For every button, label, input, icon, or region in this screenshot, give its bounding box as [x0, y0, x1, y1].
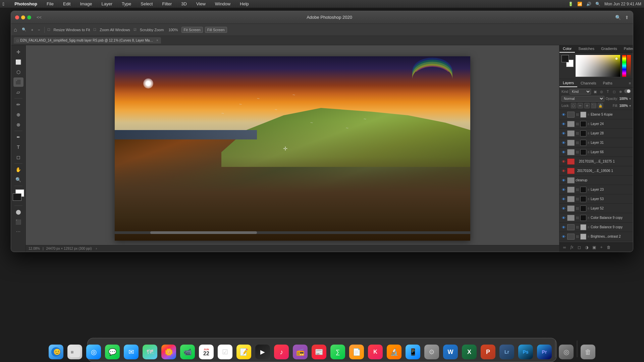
delete-layer-icon[interactable]: 🗑 [606, 244, 612, 250]
dock-numbers[interactable]: ∑ [329, 343, 346, 361]
layer-item[interactable]: 👁 ⛓ 8 Layer 31 [559, 138, 633, 147]
layer-eye-14[interactable]: 👁 [561, 234, 566, 239]
lasso-tool[interactable]: ⬡ [13, 67, 23, 77]
dock-photoshop[interactable]: Ps [517, 343, 534, 361]
clone-tool[interactable]: ⊕ [13, 110, 23, 119]
layer-item[interactable]: 👁 20170106_...E_19275 1 [559, 157, 633, 166]
lock-all-icon[interactable]: 🔒 [598, 103, 603, 108]
layer-eye-5[interactable]: 👁 [561, 149, 566, 155]
dock-premiere[interactable]: Pr [536, 343, 553, 361]
dock-lightroom[interactable]: Lr [498, 343, 516, 361]
color-alpha-slider[interactable] [627, 55, 631, 77]
pen-tool[interactable]: ✒ [13, 132, 23, 142]
dock-news[interactable]: 📰 [310, 343, 328, 361]
lock-artboard-icon[interactable]: ⬛ [591, 103, 596, 108]
color-hue-slider[interactable] [622, 55, 626, 77]
layer-mask-14[interactable] [580, 234, 586, 240]
eraser-tool[interactable]: ▱ [13, 87, 23, 97]
type-filter-icon[interactable]: T [605, 89, 610, 95]
menu-window[interactable]: Window [213, 1, 232, 7]
dock-mail[interactable]: ✉ [122, 343, 140, 361]
layer-item[interactable]: 👁 ⛓ 8 Layer 23 [559, 185, 633, 194]
menu-photoshop[interactable]: Photoshop [12, 1, 39, 7]
layer-mask-2[interactable] [580, 121, 586, 127]
blend-mode-select[interactable]: Normal [561, 96, 604, 102]
dock-trash[interactable]: 🗑 [579, 343, 597, 361]
layer-eye-4[interactable]: 👁 [561, 140, 566, 145]
menu-file[interactable]: File [45, 1, 56, 7]
layer-item[interactable]: 👁 ⛓ 8 Ebene 5 Kopie [559, 110, 633, 119]
layer-effects-icon[interactable]: fx [569, 244, 575, 250]
shape-filter-icon[interactable]: ◻ [611, 89, 617, 95]
color-gradient[interactable] [576, 55, 620, 77]
home-icon[interactable]: ⌂ [14, 27, 17, 33]
crop-tool[interactable]: ⬛ [13, 77, 23, 87]
layer-eye-8[interactable]: 👁 [561, 178, 566, 183]
gradients-tab[interactable]: Gradients [598, 45, 621, 53]
fg-color-box[interactable] [561, 55, 569, 62]
layer-mask-4[interactable] [580, 140, 586, 146]
layers-tab[interactable]: Layers [559, 79, 577, 87]
layer-eye-10[interactable]: 👁 [561, 196, 566, 202]
zoom-tool-left[interactable]: 🔍 [13, 175, 23, 184]
dock-word[interactable]: W [442, 343, 459, 361]
lock-position-icon[interactable]: ✛ [584, 103, 590, 108]
canvas-info-arrow[interactable]: › [96, 247, 97, 250]
more-tools[interactable]: ··· [16, 229, 20, 235]
minimize-button[interactable] [21, 15, 25, 19]
smart-filter-icon[interactable]: ⊕ [618, 89, 623, 95]
fg-bg-swatch[interactable] [14, 188, 23, 203]
adjustment-layer-icon[interactable]: ◑ [584, 244, 590, 250]
layer-eye-9[interactable]: 👁 [561, 187, 566, 192]
dock-powerpoint[interactable]: P [479, 343, 497, 361]
menu-edit[interactable]: Edit [61, 1, 72, 7]
fill-value[interactable]: 100% [619, 104, 628, 108]
fill-screen-btn[interactable]: Fill Screen [205, 27, 227, 33]
scrubby-zoom-btn[interactable]: Scrubby Zoom [139, 27, 165, 33]
layer-eye-2[interactable]: 👁 [561, 121, 566, 127]
brush-tool[interactable]: ✏ [13, 100, 23, 109]
search-titlebar-icon[interactable]: 🔍 [615, 15, 621, 20]
hand-tool[interactable]: ✋ [13, 165, 23, 174]
dock-instruments[interactable]: 🔬 [385, 343, 403, 361]
lock-transparent-icon[interactable]: ⬡ [571, 103, 576, 108]
dock-capture[interactable]: ◎ [557, 343, 575, 361]
screen-mode-tool[interactable]: ⬛ [13, 217, 23, 227]
menu-3d[interactable]: 3D [179, 1, 189, 7]
layer-mask-9[interactable] [580, 187, 586, 193]
share-icon[interactable]: ⬆ [625, 15, 629, 20]
dock-messages[interactable]: 💬 [104, 343, 121, 361]
layer-item[interactable]: 👁 cleanup [559, 176, 633, 185]
new-group-icon[interactable]: ▣ [591, 244, 597, 250]
menubar-search[interactable]: 🔍 [595, 2, 600, 6]
menu-filter[interactable]: Filter [160, 1, 174, 7]
layer-eye-11[interactable]: 👁 [561, 206, 566, 211]
layer-item[interactable]: 👁 20170106_...E_19506 1 [559, 166, 633, 176]
search-toolbar-icon[interactable]: 🔍 [20, 27, 28, 33]
fit-screen-btn[interactable]: Fit Screen [181, 27, 203, 33]
adjust-filter-icon[interactable]: ◎ [599, 89, 604, 95]
layer-item[interactable]: 👁 ⛓ 8 Layer 66 [559, 147, 633, 157]
dock-launchpad[interactable]: ⊞ [66, 343, 84, 361]
canvas-area[interactable]: 〜 〜 〜 〜 〜 〜 〜 〜 ✛ [26, 45, 559, 252]
menu-view[interactable]: View [194, 1, 208, 7]
layers-list[interactable]: 👁 ⛓ 8 Ebene 5 Kopie 👁 ⛓ 8 Layer 24 [559, 110, 633, 242]
dock-simulator[interactable]: 📱 [404, 343, 422, 361]
dock-music[interactable]: ♪ [273, 343, 290, 361]
pixel-filter-icon[interactable]: ▣ [592, 89, 598, 95]
canvas-scrollbar-h[interactable] [115, 231, 470, 234]
resize-windows-btn[interactable]: Resize Windows to Fit [52, 27, 92, 33]
color-tab[interactable]: Color [559, 45, 575, 53]
paths-tab[interactable]: Paths [600, 79, 616, 87]
apple-menu[interactable]:  [3, 1, 4, 7]
layer-mask-11[interactable] [580, 205, 586, 212]
dock-reminders[interactable]: ☑ [216, 343, 234, 361]
dock-facetime[interactable]: 📹 [179, 343, 196, 361]
layer-mask-3[interactable] [580, 130, 586, 136]
dock-podcasts[interactable]: 📻 [291, 343, 309, 361]
swatches-tab[interactable]: Swatches [575, 45, 598, 53]
close-button[interactable] [15, 15, 19, 19]
dock-photos[interactable]: 🌼 [160, 343, 177, 361]
collapse-sidebar[interactable]: << [37, 15, 42, 20]
new-layer-icon[interactable]: ＋ [598, 244, 604, 250]
